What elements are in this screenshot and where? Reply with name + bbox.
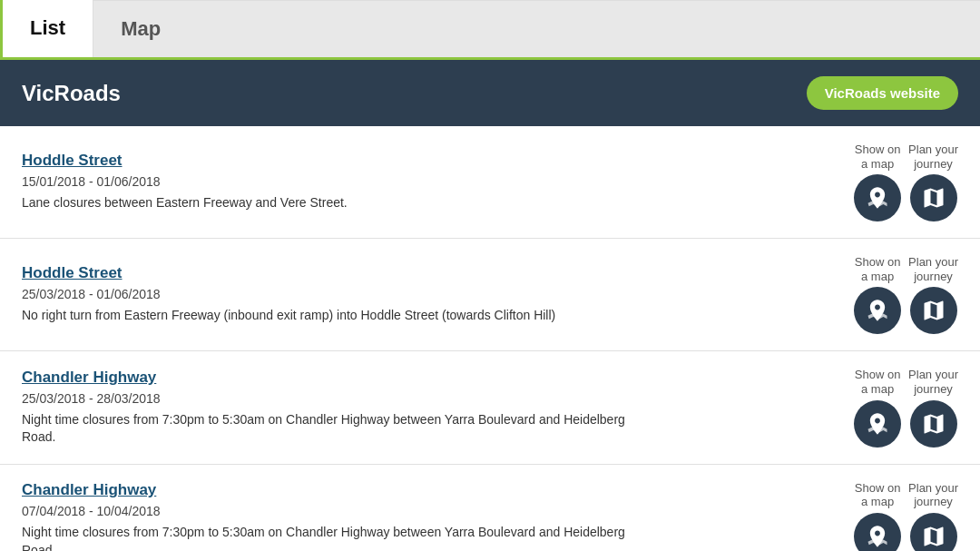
item-actions: Show ona map Plan yourjourney [722,143,958,221]
plan-journey-icon[interactable] [910,400,957,448]
item-actions: Show ona map Plan yourjourney [722,368,958,447]
plan-journey-icon[interactable] [910,287,957,334]
show-on-map-label: Show ona map [855,481,901,509]
item-actions: Show ona map Plan yourjourney [722,481,958,551]
show-on-map-label: Show ona map [855,255,901,283]
item-actions: Show ona map Plan yourjourney [722,255,958,334]
list-item: Chandler Highway 07/04/2018 - 10/04/2018… [0,465,980,551]
vicroads-website-button[interactable]: VicRoads website [807,76,958,110]
plan-journey-icon[interactable] [910,513,957,551]
item-title[interactable]: Hoddle Street [22,264,639,282]
plan-journey-label: Plan yourjourney [908,255,958,283]
item-title[interactable]: Chandler Highway [22,481,639,499]
item-content: Chandler Highway 25/03/2018 - 28/03/2018… [22,369,639,447]
plan-journey-group: Plan yourjourney [908,368,958,447]
plan-journey-label: Plan yourjourney [908,368,958,396]
item-title[interactable]: Chandler Highway [22,369,639,387]
item-content: Chandler Highway 07/04/2018 - 10/04/2018… [22,481,639,551]
item-date: 25/03/2018 - 28/03/2018 [22,391,639,406]
show-on-map-group: Show ona map [854,143,901,221]
list-item: Hoddle Street 25/03/2018 - 01/06/2018 No… [0,239,980,351]
show-on-map-icon[interactable] [854,400,901,448]
item-desc: No right turn from Eastern Freeway (inbo… [22,307,639,325]
show-on-map-icon[interactable] [854,513,901,551]
plan-journey-label: Plan yourjourney [908,481,958,509]
item-desc: Night time closures from 7:30pm to 5:30a… [22,411,639,447]
item-title[interactable]: Hoddle Street [22,152,639,170]
item-content: Hoddle Street 15/01/2018 - 01/06/2018 La… [22,152,639,212]
tab-bar: List Map [0,0,980,60]
show-on-map-label: Show ona map [855,143,901,171]
list-container: Hoddle Street 15/01/2018 - 01/06/2018 La… [0,126,980,551]
item-date: 15/01/2018 - 01/06/2018 [22,174,639,189]
show-on-map-group: Show ona map [854,481,901,551]
item-date: 07/04/2018 - 10/04/2018 [22,504,639,518]
header-title: VicRoads [22,81,121,106]
plan-journey-icon[interactable] [910,174,957,221]
tab-map[interactable]: Map [93,0,980,57]
tab-list[interactable]: List [0,0,93,57]
list-item: Chandler Highway 25/03/2018 - 28/03/2018… [0,351,980,464]
item-date: 25/03/2018 - 01/06/2018 [22,287,639,301]
header: VicRoads VicRoads website [0,60,980,126]
item-desc: Lane closures between Eastern Freeway an… [22,194,639,212]
plan-journey-label: Plan yourjourney [908,143,958,171]
show-on-map-label: Show ona map [855,368,901,396]
show-on-map-group: Show ona map [854,255,901,334]
plan-journey-group: Plan yourjourney [908,255,958,334]
show-on-map-icon[interactable] [854,287,901,334]
item-desc: Night time closures from 7:30pm to 5:30a… [22,524,639,551]
list-item: Hoddle Street 15/01/2018 - 01/06/2018 La… [0,126,980,239]
plan-journey-group: Plan yourjourney [908,143,958,221]
plan-journey-group: Plan yourjourney [908,481,958,551]
show-on-map-icon[interactable] [854,174,901,221]
show-on-map-group: Show ona map [854,368,901,447]
item-content: Hoddle Street 25/03/2018 - 01/06/2018 No… [22,264,639,325]
